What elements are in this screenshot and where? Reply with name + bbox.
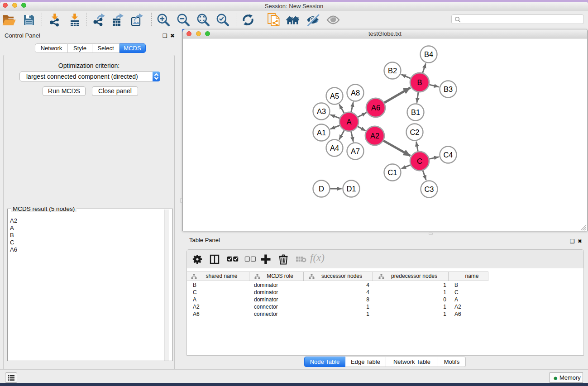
svg-text:C2: C2 [410,128,419,136]
svg-text:B4: B4 [424,50,433,58]
svg-text:B3: B3 [444,85,453,93]
svg-text:B2: B2 [388,67,397,75]
svg-text:C3: C3 [424,185,434,193]
svg-text:C4: C4 [443,151,453,159]
svg-text:D1: D1 [346,185,356,193]
svg-text:D: D [319,185,324,193]
svg-text:A8: A8 [351,89,360,97]
svg-text:A3: A3 [317,107,326,115]
svg-text:B1: B1 [411,108,420,116]
svg-text:A6: A6 [371,104,380,112]
svg-text:A7: A7 [351,147,360,155]
svg-text:C: C [417,157,422,165]
svg-text:B: B [417,78,422,86]
svg-text:A: A [346,118,351,126]
svg-text:C1: C1 [387,168,397,176]
svg-text:A1: A1 [317,129,326,137]
svg-text:A2: A2 [370,132,379,140]
svg-text:A4: A4 [330,144,339,152]
svg-text:A5: A5 [330,92,339,100]
